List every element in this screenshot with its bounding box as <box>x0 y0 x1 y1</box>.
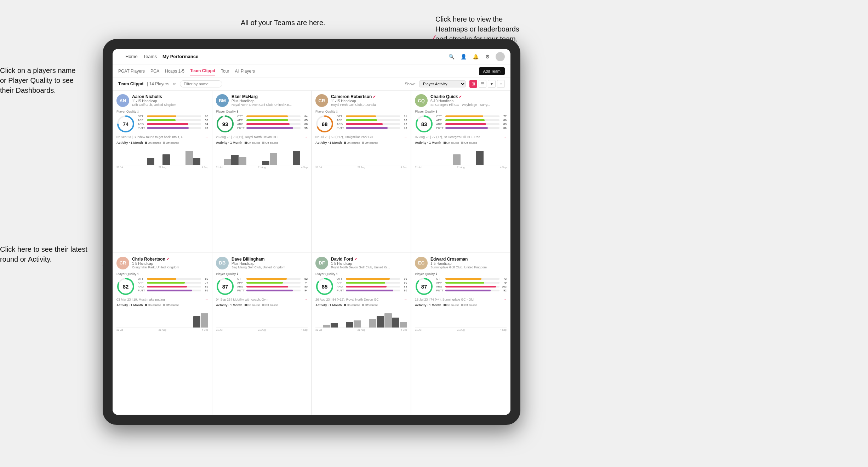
player-card[interactable]: CR Cameron Robertson✔ 11-15 Handicap Roy… <box>312 90 411 253</box>
legend-on-course: On course <box>145 141 161 144</box>
avatar[interactable] <box>496 52 505 61</box>
latest-round[interactable]: 26 Aug 23 | 73 (+1), Royal North Devon G… <box>216 135 308 139</box>
chart-area <box>216 308 308 328</box>
activity-section: Activity · 1 Month On course Off course <box>315 141 407 169</box>
player-info: Blair McHarg Plus Handicap Royal North D… <box>232 94 308 107</box>
search-icon[interactable]: 🔍 <box>447 53 455 61</box>
quality-label: Player Quality ℹ <box>315 110 407 113</box>
quality-bar-ott: OTT 60 <box>138 277 208 280</box>
quality-bar-putt: PUTT 94 <box>237 289 308 292</box>
tablet-screen: Home Teams My Performance 🔍 👤 🔔 ⚙ PGAT P… <box>113 49 510 415</box>
activity-legend: On course Off course <box>245 141 279 144</box>
player-avatar: CQ <box>415 94 428 107</box>
add-team-button[interactable]: Add Team <box>479 67 505 75</box>
grid-view-icon[interactable]: ⊞ <box>469 80 477 88</box>
view-icons: ⊞ ☰ ▼ ↕ <box>469 80 505 88</box>
quality-bars: OTT 60 APP 58 ARG 84 PUTT 85 <box>138 115 208 133</box>
sub-nav-pgat[interactable]: PGAT Players <box>118 67 145 75</box>
quality-circle: 83 <box>415 115 433 133</box>
player-card[interactable]: DF David Ford✔ 1-5 Handicap Royal North … <box>312 253 411 415</box>
verified-icon: ✔ <box>354 257 357 261</box>
player-info: Chris Robertson✔ 1-5 Handicap Craigmilla… <box>132 257 208 269</box>
quality-number: 83 <box>421 121 427 127</box>
sub-nav-tour[interactable]: Tour <box>221 67 229 75</box>
nav-bar: Home Teams My Performance 🔍 👤 🔔 ⚙ <box>113 49 510 64</box>
nav-my-performance[interactable]: My Performance <box>162 52 198 61</box>
sub-nav: PGAT Players PGA Hcaps 1-5 Team Clippd T… <box>113 64 510 78</box>
player-name: Blair McHarg <box>232 94 308 99</box>
latest-round[interactable]: 26 Aug 23 | 84 (+12), Royal North Devon … <box>315 298 407 301</box>
quality-circle: 85 <box>315 277 334 296</box>
legend-off-course: Off course <box>461 303 477 307</box>
quality-label: Player Quality ℹ <box>216 110 308 113</box>
chart-area <box>116 146 208 165</box>
quality-bar-ott: OTT 82 <box>237 277 308 280</box>
latest-round-arrow: → <box>503 135 507 139</box>
activity-legend: On course Off course <box>145 303 179 307</box>
filter-input[interactable] <box>180 80 222 87</box>
latest-round[interactable]: 04 Sep 23 | Mobility with coach, Gym → <box>216 298 308 301</box>
annotation-teams: All of your Teams are here. <box>241 18 325 28</box>
latest-round[interactable]: 07 Aug 23 | 77 (+7), St George's Hill GC… <box>415 135 507 139</box>
chart-labels: 31 Jul 21 Aug 4 Sep <box>315 166 407 169</box>
legend-on-course: On course <box>145 303 161 307</box>
quality-circle: 74 <box>116 115 135 133</box>
player-info: Charlie Quick✔ 6-10 Handicap St. George'… <box>430 94 507 107</box>
player-header: CR Chris Robertson✔ 1-5 Handicap Craigmi… <box>116 257 208 269</box>
nav-links: Home Teams My Performance <box>125 52 447 61</box>
chart-labels: 31 Jul 21 Aug 4 Sep <box>315 329 407 331</box>
latest-round-text: 03 Mar 23 | 19, Must make putting <box>116 298 165 301</box>
latest-round[interactable]: 18 Jul 23 | 74 (+4), Sunningdale GC - Ol… <box>415 298 507 301</box>
list-view-icon[interactable]: ☰ <box>479 80 486 88</box>
quality-number: 68 <box>322 121 328 127</box>
player-card[interactable]: CQ Charlie Quick✔ 6-10 Handicap St. Geor… <box>411 90 510 253</box>
player-card[interactable]: BM Blair McHarg Plus Handicap Royal Nort… <box>212 90 312 253</box>
quality-bars: OTT 89 APP 80 ARG 83 PUTT 96 <box>337 277 407 296</box>
settings-icon[interactable]: ⚙ <box>484 53 491 61</box>
quality-bar-arg: ARG 83 <box>337 285 407 288</box>
sub-nav-pga[interactable]: PGA <box>150 67 159 75</box>
latest-round-arrow: → <box>205 298 208 301</box>
sub-nav-team-clippd[interactable]: Team Clippd <box>190 67 215 75</box>
sort-icon[interactable]: ↕ <box>497 80 505 88</box>
player-header: DF David Ford✔ 1-5 Handicap Royal North … <box>315 257 407 269</box>
show-select[interactable]: Player Activity Quality Score Trend <box>419 80 466 87</box>
quality-number: 93 <box>222 121 228 127</box>
player-club: Drift Golf Club, United Kingdom <box>132 103 208 107</box>
bell-icon[interactable]: 🔔 <box>472 53 479 61</box>
profile-icon[interactable]: 👤 <box>459 53 467 61</box>
legend-off-course: Off course <box>362 141 378 144</box>
chart-area <box>415 308 507 328</box>
activity-header: Activity · 1 Month On course Off course <box>315 141 407 144</box>
player-card[interactable]: DB Dave Billingham Plus Handicap Sag Mai… <box>212 253 312 415</box>
nav-home[interactable]: Home <box>125 52 138 61</box>
latest-round[interactable]: 02 Sep 23 | Sundew round to get back int… <box>116 135 208 139</box>
chart-bars <box>116 308 208 328</box>
player-card[interactable]: EC Edward Crossman 1-5 Handicap Sunningd… <box>411 253 510 415</box>
latest-round[interactable]: 02 Jul 23 | 59 (+17), Craigmillar Park G… <box>315 135 407 139</box>
player-handicap: 6-10 Handicap <box>430 99 507 103</box>
latest-round[interactable]: 03 Mar 23 | 19, Must make putting → <box>116 298 208 301</box>
player-handicap: Plus Handicap <box>232 99 308 103</box>
player-card[interactable]: CR Chris Robertson✔ 1-5 Handicap Craigmi… <box>113 253 212 415</box>
latest-round-text: 18 Jul 23 | 74 (+4), Sunningdale GC - Ol… <box>415 298 474 301</box>
chart-bars <box>216 308 308 328</box>
quality-label: Player Quality ℹ <box>116 272 208 276</box>
quality-bars: OTT 73 APP 79 ARG 103 PUTT 92 <box>436 277 507 296</box>
legend-off-course: Off course <box>262 141 278 144</box>
player-club: Sag Maing Golf Club, United Kingdom <box>232 266 308 269</box>
player-card[interactable]: AN Aaron Nicholls 11-15 Handicap Drift G… <box>113 90 212 253</box>
edit-icon[interactable]: ✏ <box>173 81 176 86</box>
toolbar: Team Clippd | 14 Players ✏ Show: Player … <box>113 78 510 90</box>
sub-nav-all-players[interactable]: All Players <box>235 67 255 75</box>
nav-teams[interactable]: Teams <box>143 52 157 61</box>
player-avatar: AN <box>116 94 129 107</box>
player-header: CQ Charlie Quick✔ 6-10 Handicap St. Geor… <box>415 94 507 107</box>
chart-area <box>315 146 407 165</box>
team-count: | 14 Players <box>147 81 169 86</box>
player-header: DB Dave Billingham Plus Handicap Sag Mai… <box>216 257 308 269</box>
filter-icon[interactable]: ▼ <box>488 80 496 88</box>
player-header: AN Aaron Nicholls 11-15 Handicap Drift G… <box>116 94 208 107</box>
quality-section: 87 OTT 82 APP 74 ARG 85 PUTT 94 <box>216 277 308 296</box>
sub-nav-hcaps[interactable]: Hcaps 1-5 <box>165 67 184 75</box>
